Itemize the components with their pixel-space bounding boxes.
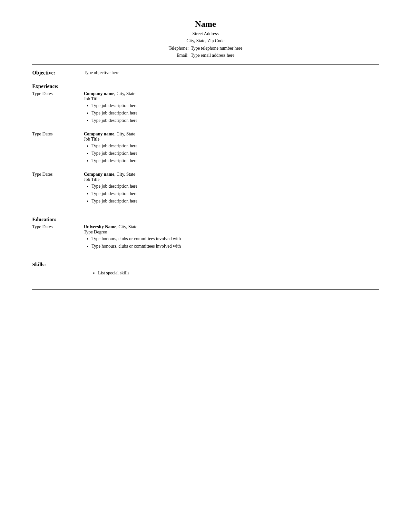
education-details-1: University Name, City, State Type Degree…	[84, 224, 379, 254]
experience-section: Experience: Type Dates Company name, Cit…	[32, 84, 379, 209]
list-item: Type job description here	[92, 117, 379, 124]
experience-dates-3: Type Dates	[32, 172, 84, 209]
experience-label: Experience:	[32, 84, 59, 89]
university-suffix-1: , City, State	[116, 224, 137, 229]
header-city-state-zip: City, State, Zip Code	[32, 37, 379, 44]
education-entry-1: Type Dates University Name, City, State …	[32, 224, 379, 254]
degree-1: Type Degree	[84, 230, 379, 235]
skills-content: List special skills	[32, 270, 379, 276]
skills-heading-row: Skills:	[32, 262, 379, 268]
email-value: Type email address here	[191, 53, 234, 58]
company-suffix-1: , City, State	[114, 91, 135, 96]
experience-entry-1: Type Dates Company name, City, State Job…	[32, 91, 379, 128]
company-name-3: Company name	[84, 172, 114, 177]
header-name: Name	[32, 19, 379, 29]
education-dates-1: Type Dates	[32, 224, 84, 254]
university-name-1: University Name	[84, 224, 116, 229]
university-line-1: University Name, City, State	[84, 224, 379, 230]
company-name-1: Company name	[84, 91, 114, 96]
header-email: Email: Type email address here	[32, 52, 379, 59]
education-section: Education: Type Dates University Name, C…	[32, 217, 379, 254]
company-line-1: Company name, City, State	[84, 91, 379, 96]
skills-bullets: List special skills	[90, 270, 379, 276]
company-name-2: Company name	[84, 132, 114, 136]
list-item: Type job description here	[92, 102, 379, 109]
skills-section: Skills: List special skills	[32, 262, 379, 276]
job-title-2: Job Title	[84, 137, 379, 142]
experience-dates-2: Type Dates	[32, 132, 84, 169]
list-item: Type job description here	[92, 157, 379, 164]
company-suffix-3: , City, State	[114, 172, 135, 177]
email-label: Email:	[177, 53, 189, 58]
list-item: Type job description here	[92, 110, 379, 116]
objective-section: Objective: Type objective here	[32, 70, 379, 76]
company-line-2: Company name, City, State	[84, 132, 379, 137]
list-item: List special skills	[98, 270, 379, 276]
list-item: Type honours, clubs or committees involv…	[92, 235, 379, 242]
experience-entry-2: Type Dates Company name, City, State Job…	[32, 132, 379, 169]
skills-label: Skills:	[32, 262, 46, 267]
list-item: Type job description here	[92, 143, 379, 149]
experience-details-3: Company name, City, State Job Title Type…	[84, 172, 379, 209]
education-heading-row: Education:	[32, 217, 379, 222]
telephone-label: Telephone:	[169, 46, 189, 51]
list-item: Type job description here	[92, 198, 379, 204]
experience-details-1: Company name, City, State Job Title Type…	[84, 91, 379, 128]
experience-details-2: Company name, City, State Job Title Type…	[84, 132, 379, 169]
job-bullets-3: Type job description here Type job descr…	[84, 183, 379, 204]
experience-heading-row: Experience:	[32, 84, 379, 89]
list-item: Type job description here	[92, 190, 379, 197]
list-item: Type honours, clubs or committees involv…	[92, 243, 379, 250]
bottom-divider	[32, 289, 379, 290]
education-bullets-1: Type honours, clubs or committees involv…	[84, 235, 379, 250]
list-item: Type job description here	[92, 183, 379, 190]
list-item: Type job description here	[92, 150, 379, 157]
company-line-3: Company name, City, State	[84, 172, 379, 177]
header-address: Street Address	[32, 30, 379, 37]
job-bullets-2: Type job description here Type job descr…	[84, 143, 379, 164]
header-telephone: Telephone: Type telephone number here	[32, 45, 379, 52]
job-title-3: Job Title	[84, 177, 379, 182]
experience-entry-3: Type Dates Company name, City, State Job…	[32, 172, 379, 209]
objective-label: Objective:	[32, 70, 84, 76]
experience-dates-1: Type Dates	[32, 91, 84, 128]
telephone-value: Type telephone number here	[191, 46, 242, 51]
objective-row: Objective: Type objective here	[32, 70, 379, 76]
resume-header: Name Street Address City, State, Zip Cod…	[32, 19, 379, 59]
job-bullets-1: Type job description here Type job descr…	[84, 102, 379, 124]
education-label: Education:	[32, 217, 57, 222]
top-divider	[32, 64, 379, 65]
objective-text: Type objective here	[84, 70, 119, 75]
company-suffix-2: , City, State	[114, 132, 135, 136]
job-title-1: Job Title	[84, 96, 379, 102]
